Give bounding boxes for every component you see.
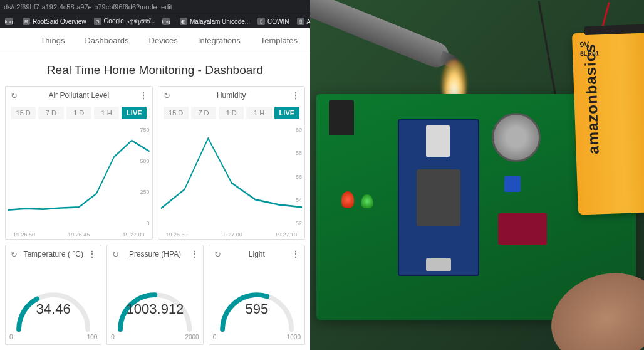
url-bar[interactable]: ds/c2f69bf7-a192-4c58-a97e-b79cbf96f6d6?… [0, 0, 310, 14]
bookmark-icon: R [23, 18, 30, 25]
chart-widget: ↻ Air Pollutant Level ⋮ 15 D7 D1 D1 HLIV… [5, 86, 153, 240]
reload-icon[interactable]: ↻ [11, 250, 18, 259]
reload-icon[interactable]: ↻ [11, 91, 18, 100]
menu-icon[interactable]: ⋮ [190, 249, 198, 259]
range-btn-1h[interactable]: 1 H [246, 107, 271, 119]
y-axis-ticks: 6058565452 [296, 127, 302, 226]
led-red [341, 191, 354, 208]
widget-title: Temperature ( °C) [23, 250, 83, 258]
bookmark-icon: ▯ [297, 18, 304, 25]
menu-icon[interactable]: ⋮ [291, 90, 299, 100]
bookmark-icon: ◐ [180, 18, 187, 25]
range-btn-live[interactable]: LIVE [122, 107, 147, 119]
reload-icon[interactable]: ↻ [164, 91, 170, 100]
gauge-widget: ↻ Light ⋮ 595 01000 [209, 245, 305, 345]
bookmark-item[interactable]: ▯Arduino [294, 16, 310, 26]
bme-sensor [498, 213, 547, 245]
reload-icon[interactable]: ↻ [214, 250, 221, 259]
range-btn-1d[interactable]: 1 D [219, 107, 244, 119]
line-chart [8, 125, 150, 228]
nav-tabs: ThingsDashboardsDevicesIntegrationsTempl… [0, 28, 310, 53]
soldering-iron [310, 0, 452, 71]
line-chart [161, 125, 303, 228]
voltage-regulator [329, 100, 354, 135]
tab-templates[interactable]: Templates [259, 29, 299, 51]
bookmark-label: Malayalam Unicode... [190, 18, 250, 25]
range-btn-7d[interactable]: 7 D [38, 107, 63, 119]
bookmark-item[interactable]: RRootSaid Overview [20, 16, 89, 26]
tab-dashboards[interactable]: Dashboards [83, 29, 130, 51]
x-axis-ticks: 19.26.5019.26.4519.27.00 [13, 231, 145, 238]
gauge-body: 1003.912 [107, 263, 202, 334]
range-btn-15d[interactable]: 15 D [11, 107, 36, 119]
bookmark-icon: img [162, 18, 170, 25]
reload-icon[interactable]: ↻ [112, 250, 119, 259]
widget-title: Pressure (HPA) [129, 250, 181, 258]
arduino-nano [398, 119, 479, 276]
chart-body: 6058565452 19.26.5019.27.0019.27.10 [158, 123, 305, 239]
range-row: 15 D7 D1 D1 HLIVE [158, 104, 305, 123]
bookmark-item[interactable]: GGoogle എഴുത്ത്... [91, 16, 157, 26]
tab-integrations[interactable]: Integrations [197, 29, 242, 51]
bookmarks-bar: imgRRootSaid OverviewGGoogle എഴുത്ത്...i… [0, 14, 310, 28]
gauge-body: 595 [209, 263, 304, 334]
gauge-body: 34.46 [6, 263, 101, 334]
bookmark-label: Google എഴുത്ത്... [104, 18, 155, 25]
bookmark-item[interactable]: ▯COWIN [255, 16, 291, 26]
gas-sensor [492, 113, 541, 162]
y-axis-ticks: 7505002500 [140, 127, 149, 226]
gauge-scale: 01000 [209, 334, 304, 344]
browser-chrome: ds/c2f69bf7-a192-4c58-a97e-b79cbf96f6d6?… [0, 0, 310, 28]
gauge-value: 34.46 [36, 301, 71, 317]
chart-body: 7505002500 19.26.5019.26.4519.27.00 [6, 123, 152, 239]
bookmark-icon: img [5, 18, 13, 25]
hardware-photo: 9V 6LR61 amazonbasics ALKALINE [310, 0, 644, 350]
bookmark-label: RootSaid Overview [33, 18, 86, 25]
widget-title: Humidity [217, 91, 246, 100]
menu-icon[interactable]: ⋮ [88, 249, 96, 259]
gauge-value: 595 [245, 301, 268, 317]
led-green [361, 194, 373, 208]
widget-title: Light [249, 250, 265, 258]
battery-9v: 9V 6LR61 amazonbasics ALKALINE [572, 29, 644, 215]
range-btn-7d[interactable]: 7 D [191, 107, 216, 119]
range-btn-1h[interactable]: 1 H [94, 107, 119, 119]
bookmark-item[interactable]: ◐Malayalam Unicode... [177, 16, 252, 26]
menu-icon[interactable]: ⋮ [139, 90, 147, 100]
widget-title: Air Pollutant Level [48, 91, 109, 100]
range-btn-15d[interactable]: 15 D [164, 107, 189, 119]
range-btn-1d[interactable]: 1 D [66, 107, 91, 119]
gauge-widget: ↻ Temperature ( °C) ⋮ 34.46 0100 [5, 245, 101, 345]
bookmark-item[interactable]: img [160, 16, 175, 26]
gauge-scale: 0100 [6, 334, 101, 344]
range-btn-live[interactable]: LIVE [274, 107, 299, 119]
potentiometer [504, 176, 521, 192]
bookmark-label: COWIN [267, 18, 289, 25]
menu-icon[interactable]: ⋮ [291, 249, 299, 259]
gauge-scale: 02000 [107, 334, 202, 344]
url-text: ds/c2f69bf7-a192-4c58-a97e-b79cbf96f6d6?… [4, 3, 172, 11]
tab-devices[interactable]: Devices [148, 29, 179, 51]
bookmark-icon: G [94, 18, 101, 25]
page-title: Real Time Home Monitoring - Dashboard [0, 53, 310, 86]
chart-widget: ↻ Humidity ⋮ 15 D7 D1 D1 HLIVE 605856545… [158, 86, 306, 240]
bookmark-item[interactable]: img [3, 16, 18, 26]
range-row: 15 D7 D1 D1 HLIVE [6, 104, 152, 123]
gauge-widget: ↻ Pressure (HPA) ⋮ 1003.912 02000 [106, 245, 203, 345]
gauge-value: 1003.912 [127, 301, 184, 317]
bookmark-icon: ▯ [257, 18, 265, 25]
tab-things[interactable]: Things [39, 29, 66, 51]
x-axis-ticks: 19.26.5019.27.0019.27.10 [166, 231, 298, 238]
